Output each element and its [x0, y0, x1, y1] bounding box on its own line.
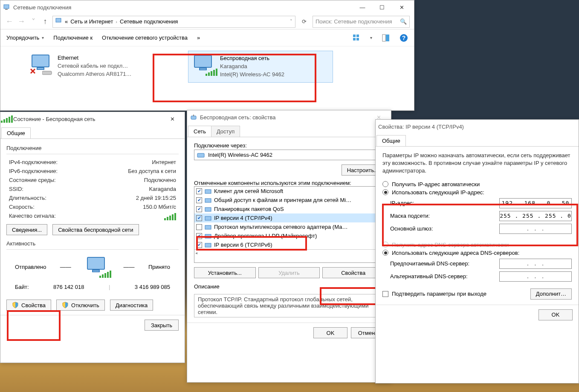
disable-button[interactable]: Отключить	[56, 300, 105, 311]
svg-rect-23	[205, 199, 211, 202]
install-button[interactable]: Установить...	[194, 267, 256, 278]
component-label: IP версии 4 (TCP/IPv4)	[214, 215, 272, 221]
svg-rect-24	[205, 208, 211, 211]
highlight-static-ip-section	[382, 204, 578, 246]
svg-rect-4	[356, 35, 359, 37]
info-text: Параметры IP можно назначать автоматичес…	[382, 152, 572, 175]
component-item[interactable]: ✔Общий доступ к файлам и принтерам для с…	[194, 196, 384, 205]
minimize-button[interactable]: —	[353, 1, 372, 14]
dialog-title: Состояние - Беспроводная сеть	[13, 116, 162, 122]
details-button[interactable]: Сведения...	[6, 224, 47, 235]
component-label: Клиент для сетей Microsoft	[214, 188, 283, 194]
validate-checkbox[interactable]	[382, 291, 388, 297]
diagnose-button[interactable]: Диагностика	[110, 300, 153, 311]
components-label: Отмеченные компоненты используются этим …	[194, 180, 384, 186]
navigation-bar: ← → ˅ ↑ « Сеть и Интернет › Сетевые подк…	[0, 14, 414, 29]
advanced-button[interactable]: Дополнит…	[530, 288, 572, 300]
nc-icon	[55, 17, 62, 26]
section-connection-label: Подключение	[6, 145, 179, 151]
tab-general[interactable]: Общие	[376, 135, 406, 146]
component-checkbox[interactable]	[196, 224, 202, 230]
tab-network[interactable]: Сеть	[188, 126, 211, 137]
radio-auto-ip[interactable]: Получить IP-адрес автоматически	[382, 181, 572, 187]
window-title: Сетевые подключения	[13, 4, 353, 11]
tab-general[interactable]: Общие	[1, 127, 31, 138]
dash: ——	[124, 264, 135, 270]
address-dropdown-icon[interactable]: ˅	[290, 19, 292, 24]
svg-rect-19	[191, 116, 196, 119]
address-bar[interactable]: « Сеть и Интернет › Сетевые подключения …	[52, 16, 295, 28]
highlight-properties-button	[7, 310, 61, 341]
component-item[interactable]: ✔IP версии 4 (TCP/IPv4)	[194, 213, 384, 222]
component-checkbox[interactable]: ✔	[196, 206, 202, 212]
component-icon	[205, 197, 211, 203]
dash: ——	[60, 264, 71, 270]
properties-button[interactable]: Свойства	[6, 300, 51, 311]
adapter-name: Ethernet	[58, 54, 131, 62]
tab-sharing[interactable]: Доступ	[211, 126, 240, 137]
ssid-label: SSID:	[9, 186, 23, 192]
dns2-field[interactable]: . . .	[499, 271, 572, 282]
nav-recent-dropdown[interactable]: ˅	[29, 17, 38, 26]
media-state-label: Состояние среды:	[9, 177, 56, 183]
adapter-ethernet[interactable]: Ethernet Сетевой кабель не подкл… Qualco…	[26, 51, 171, 83]
speed-value: 150.0 Мбит/с	[143, 204, 176, 210]
remove-button[interactable]: Удалить	[258, 267, 320, 278]
component-label: Протокол мультиплексора сетевого адаптер…	[214, 224, 347, 230]
breadcrumb-net-internet[interactable]: Сеть и Интернет	[70, 18, 113, 25]
svg-rect-17	[87, 257, 104, 269]
dns1-field[interactable]: . . .	[499, 259, 572, 269]
component-icon	[205, 224, 211, 230]
ok-button[interactable]: OK	[313, 327, 347, 338]
organize-menu[interactable]: Упорядочить	[6, 35, 44, 41]
dns1-label: Предпочитаемый DNS-сервер:	[390, 260, 469, 267]
component-item[interactable]: ✔Планировщик пакетов QoS	[194, 205, 384, 213]
components-list[interactable]: ✔Клиент для сетей Microsoft✔Общий доступ…	[194, 186, 384, 263]
signal-icon	[3, 115, 11, 123]
disable-device-button[interactable]: Отключение сетевого устройства	[102, 35, 188, 41]
help-icon[interactable]: ?	[400, 34, 408, 42]
ipv4-conn-label: IPv4-подключение:	[9, 159, 58, 165]
duration-label: Длительность:	[9, 195, 46, 201]
duration-value: 2 дней 19:15:25	[136, 195, 176, 201]
sent-label: Отправлено	[15, 264, 46, 270]
maximize-button[interactable]: ☐	[372, 1, 392, 14]
search-input[interactable]: Поиск: Сетевые подключения 🔍	[313, 16, 410, 28]
titlebar[interactable]: Сетевые подключения — ☐ ✕	[0, 0, 414, 14]
svg-rect-3	[353, 35, 356, 37]
search-placeholder: Поиск: Сетевые подключения	[316, 18, 392, 25]
close-button[interactable]: ✕	[162, 112, 182, 125]
validate-checkbox-label: Подтвердить параметры при выходе	[392, 291, 486, 297]
ok-button[interactable]: OK	[538, 309, 573, 320]
close-dialog-button[interactable]: Закрыть	[145, 320, 179, 331]
radio-static-ip[interactable]: Использовать следующий IP-адрес:	[382, 189, 572, 196]
nav-up-button[interactable]: ↑	[41, 17, 50, 26]
details-pane-icon[interactable]	[382, 34, 390, 42]
nav-forward-button[interactable]: →	[17, 17, 26, 26]
radio-static-dns[interactable]: Использовать следующие адреса DNS-сервер…	[382, 250, 572, 256]
signal-bars-icon	[164, 213, 176, 220]
nav-back-button[interactable]: ←	[5, 17, 14, 26]
bytes-recv-value: 3 416 989 085	[135, 284, 170, 290]
wireless-properties-button[interactable]: Свойства беспроводной сети	[52, 224, 139, 235]
svg-rect-25	[205, 216, 211, 220]
component-checkbox[interactable]: ✔	[196, 188, 202, 194]
component-item[interactable]: Протокол мультиплексора сетевого адаптер…	[194, 222, 384, 231]
close-button[interactable]: ✕	[392, 1, 411, 14]
refresh-button[interactable]: ⟳	[298, 16, 310, 28]
svg-text:?: ?	[402, 35, 406, 41]
highlight-component-properties	[320, 287, 377, 305]
connect-using-label: Подключение через:	[194, 142, 384, 149]
highlight-wifi-adapter	[153, 54, 316, 102]
breadcrumb-network-connections[interactable]: Сетевые подключения	[120, 18, 178, 25]
connect-to-button[interactable]: Подключение к	[53, 35, 93, 41]
component-checkbox[interactable]: ✔	[196, 197, 202, 203]
component-checkbox[interactable]: ✔	[196, 215, 202, 221]
component-item[interactable]: ✔Клиент для сетей Microsoft	[194, 187, 384, 196]
view-dropdown-icon[interactable]: ▾	[370, 35, 372, 40]
svg-rect-8	[386, 35, 389, 41]
command-bar: Упорядочить Подключение к Отключение сет…	[0, 29, 414, 46]
svg-rect-26	[205, 225, 211, 229]
view-options-icon[interactable]	[352, 34, 361, 42]
toolbar-overflow[interactable]: »	[197, 35, 200, 41]
